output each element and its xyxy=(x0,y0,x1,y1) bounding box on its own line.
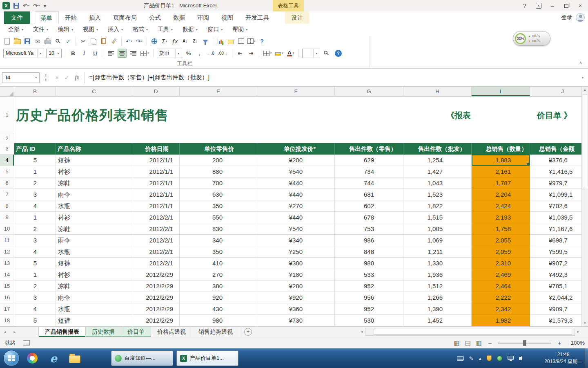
cell-H14[interactable]: 1,936 xyxy=(403,269,472,280)
horizontal-scrollbar-thumb[interactable] xyxy=(374,329,572,335)
cell-B10[interactable]: 2 xyxy=(14,223,56,235)
cell-G16[interactable]: 956 xyxy=(335,292,403,303)
cell-D11[interactable]: 2012/2/1 xyxy=(132,235,180,246)
ribbon-tab-review[interactable]: 审阅 xyxy=(191,11,215,24)
cell-J5[interactable]: ¥1,416,5 xyxy=(530,166,581,177)
price-list-link[interactable]: 价目单 》 xyxy=(537,110,572,121)
taskbar-clock[interactable]: 21:48 2013/9/24 星期二 xyxy=(544,351,582,365)
pen-icon[interactable]: ✎ xyxy=(469,355,474,361)
cell-F18[interactable]: ¥730 xyxy=(257,315,335,326)
comment-icon-button[interactable] xyxy=(227,36,234,46)
cell-E13[interactable]: 410 xyxy=(180,258,257,269)
cell-H18[interactable]: 1,452 xyxy=(403,315,472,326)
cell-F7[interactable]: ¥440 xyxy=(257,189,335,200)
cell-E7[interactable]: 630 xyxy=(180,189,257,200)
page-break-view-icon[interactable]: ▥ xyxy=(476,340,482,346)
cell-E5[interactable]: 880 xyxy=(180,166,257,177)
save-icon-button[interactable] xyxy=(13,3,19,9)
row-header-9[interactable]: 9 xyxy=(0,212,14,223)
cell-D13[interactable]: 2012/2/1 xyxy=(132,258,180,269)
sort-ascending-icon-button[interactable]: A↓ xyxy=(181,36,189,46)
sheet-tab-sales-report[interactable]: 产品销售报表 xyxy=(38,327,86,337)
column-header-D[interactable]: D xyxy=(132,87,180,96)
format-painter-icon-button[interactable] xyxy=(110,36,118,46)
cell-B18[interactable]: 5 xyxy=(14,315,56,326)
row-header-8[interactable]: 8 xyxy=(0,200,14,212)
sheet-tab-history-data[interactable]: 历史数据 xyxy=(86,327,121,337)
cell-J13[interactable]: ¥907,2 xyxy=(530,258,581,269)
insert-function-icon-button[interactable]: ƒx xyxy=(171,36,178,46)
number-format-combo[interactable]: 货币 xyxy=(157,49,182,58)
row-header-3[interactable]: 3 xyxy=(0,143,14,155)
cell-G4[interactable]: 629 xyxy=(335,155,403,166)
menu-all[interactable]: 全部▾ xyxy=(3,24,28,35)
cell-I10[interactable]: 1,758 xyxy=(472,223,530,235)
cell-H5[interactable]: 1,427 xyxy=(403,166,472,177)
cell-B9[interactable]: 1 xyxy=(14,212,56,223)
redo-icon-button[interactable]: ↷▾ xyxy=(33,3,40,9)
cell-G8[interactable]: 602 xyxy=(335,200,403,212)
menu-edit[interactable]: 编辑▾ xyxy=(53,24,78,35)
cell-G17[interactable]: 952 xyxy=(335,303,403,315)
cell-H9[interactable]: 1,515 xyxy=(403,212,472,223)
cell-F13[interactable]: ¥380 xyxy=(257,258,335,269)
cell-I17[interactable]: 2,342 xyxy=(472,303,530,315)
percent-style-button[interactable]: % xyxy=(184,49,193,58)
ribbon-tab-developer[interactable]: 开发工具 xyxy=(239,11,275,24)
row-header-7[interactable]: 7 xyxy=(0,189,14,200)
ribbon-tab-menu[interactable]: 菜单 xyxy=(34,11,59,24)
cell-B16[interactable]: 3 xyxy=(14,292,56,303)
filter-icon-button[interactable] xyxy=(202,36,209,46)
cell-J18[interactable]: ¥1,579,3 xyxy=(530,315,581,326)
vertical-scrollbar-thumb[interactable] xyxy=(583,94,587,188)
cell-H15[interactable]: 1,512 xyxy=(403,280,472,292)
print-icon-button[interactable] xyxy=(44,36,51,46)
help-button[interactable]: ? xyxy=(335,50,342,57)
cell-J9[interactable]: ¥1,039,5 xyxy=(530,212,581,223)
undo-icon-button[interactable]: ↶▾ xyxy=(23,3,29,9)
zoom-in-button[interactable]: + xyxy=(557,340,562,346)
row-header-11[interactable]: 11 xyxy=(0,235,14,246)
cell-D14[interactable]: 2012/2/29 xyxy=(132,269,180,280)
borders-icon-button[interactable] xyxy=(237,36,245,46)
row-header-17[interactable]: 17 xyxy=(0,303,14,315)
cell-J8[interactable]: ¥702,6 xyxy=(530,200,581,212)
cell-J15[interactable]: ¥785,1 xyxy=(530,280,581,292)
cell-D8[interactable]: 2012/1/1 xyxy=(132,200,180,212)
horizontal-scrollbar-track[interactable] xyxy=(365,328,575,336)
cell-H12[interactable]: 1,211 xyxy=(403,246,472,258)
bold-button[interactable]: B xyxy=(69,49,78,58)
network-speed-widget[interactable]: 32% 0K/S 0K/S xyxy=(513,31,550,46)
cell-H13[interactable]: 1,330 xyxy=(403,258,472,269)
italic-button[interactable]: I xyxy=(80,49,89,58)
cell-I5[interactable]: 2,161 xyxy=(472,166,530,177)
keyboard-icon[interactable] xyxy=(457,356,464,361)
merge-center-button[interactable] xyxy=(140,49,150,58)
cell-C8[interactable]: 水瓶 xyxy=(56,200,132,212)
decrease-decimal-button[interactable]: .00→ xyxy=(217,49,229,58)
taskbar-app-excel[interactable]: 产品价目单1... xyxy=(176,350,238,366)
hyperlink-icon-button[interactable] xyxy=(151,36,158,46)
style-combo[interactable] xyxy=(302,49,320,58)
cell-B15[interactable]: 2 xyxy=(14,280,56,292)
tray-expand-icon[interactable]: ▴ xyxy=(479,355,481,361)
column-header-I[interactable]: I xyxy=(472,87,530,96)
cell-I11[interactable]: 2,055 xyxy=(472,235,530,246)
cell-J6[interactable]: ¥979,7 xyxy=(530,177,581,189)
chart-icon-button[interactable] xyxy=(217,36,224,46)
autosum-icon-button[interactable]: Σ▾ xyxy=(161,36,168,46)
menu-insert[interactable]: 插入▾ xyxy=(103,24,128,35)
cell-I8[interactable]: 2,424 xyxy=(472,200,530,212)
sort-descending-icon-button[interactable]: Z↓ xyxy=(192,36,199,46)
name-box-dropdown-icon[interactable] xyxy=(33,73,39,83)
align-right-button[interactable] xyxy=(129,49,138,58)
increase-indent-button[interactable]: ⇥ xyxy=(247,49,256,58)
cell-C6[interactable]: 凉鞋 xyxy=(56,177,132,189)
formula-bar-expand-icon[interactable] xyxy=(577,76,588,80)
cell-J4[interactable]: ¥376,6 xyxy=(530,155,581,166)
cell-F17[interactable]: ¥360 xyxy=(257,303,335,315)
scroll-left-arrow-icon[interactable] xyxy=(359,330,365,334)
cell-F8[interactable]: ¥270 xyxy=(257,200,335,212)
cell-E18[interactable]: 980 xyxy=(180,315,257,326)
cell-B5[interactable]: 1 xyxy=(14,166,56,177)
